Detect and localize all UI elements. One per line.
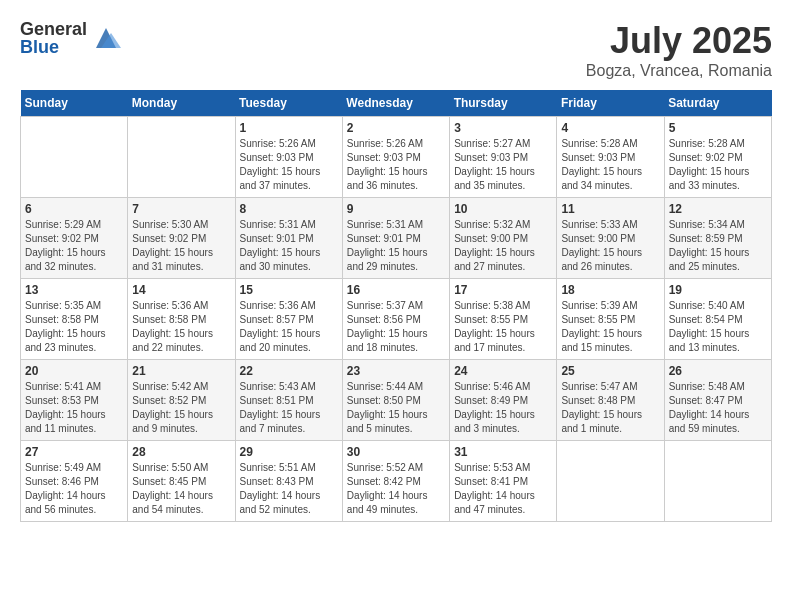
day-info: Sunrise: 5:50 AM Sunset: 8:45 PM Dayligh… [132, 461, 230, 517]
calendar-cell: 6Sunrise: 5:29 AM Sunset: 9:02 PM Daylig… [21, 198, 128, 279]
day-info: Sunrise: 5:28 AM Sunset: 9:02 PM Dayligh… [669, 137, 767, 193]
day-number: 28 [132, 445, 230, 459]
day-info: Sunrise: 5:36 AM Sunset: 8:57 PM Dayligh… [240, 299, 338, 355]
calendar-cell: 9Sunrise: 5:31 AM Sunset: 9:01 PM Daylig… [342, 198, 449, 279]
day-number: 27 [25, 445, 123, 459]
day-info: Sunrise: 5:26 AM Sunset: 9:03 PM Dayligh… [240, 137, 338, 193]
day-info: Sunrise: 5:44 AM Sunset: 8:50 PM Dayligh… [347, 380, 445, 436]
weekday-header-saturday: Saturday [664, 90, 771, 117]
day-number: 9 [347, 202, 445, 216]
calendar-cell: 25Sunrise: 5:47 AM Sunset: 8:48 PM Dayli… [557, 360, 664, 441]
calendar-cell: 28Sunrise: 5:50 AM Sunset: 8:45 PM Dayli… [128, 441, 235, 522]
day-info: Sunrise: 5:46 AM Sunset: 8:49 PM Dayligh… [454, 380, 552, 436]
calendar-cell: 23Sunrise: 5:44 AM Sunset: 8:50 PM Dayli… [342, 360, 449, 441]
calendar-cell: 30Sunrise: 5:52 AM Sunset: 8:42 PM Dayli… [342, 441, 449, 522]
calendar-cell: 7Sunrise: 5:30 AM Sunset: 9:02 PM Daylig… [128, 198, 235, 279]
day-info: Sunrise: 5:53 AM Sunset: 8:41 PM Dayligh… [454, 461, 552, 517]
day-number: 7 [132, 202, 230, 216]
day-number: 5 [669, 121, 767, 135]
calendar-cell: 8Sunrise: 5:31 AM Sunset: 9:01 PM Daylig… [235, 198, 342, 279]
calendar-cell: 13Sunrise: 5:35 AM Sunset: 8:58 PM Dayli… [21, 279, 128, 360]
day-info: Sunrise: 5:31 AM Sunset: 9:01 PM Dayligh… [240, 218, 338, 274]
day-number: 23 [347, 364, 445, 378]
calendar-cell: 11Sunrise: 5:33 AM Sunset: 9:00 PM Dayli… [557, 198, 664, 279]
day-number: 15 [240, 283, 338, 297]
calendar-cell [21, 117, 128, 198]
weekday-header-monday: Monday [128, 90, 235, 117]
calendar-week-2: 6Sunrise: 5:29 AM Sunset: 9:02 PM Daylig… [21, 198, 772, 279]
calendar-cell: 26Sunrise: 5:48 AM Sunset: 8:47 PM Dayli… [664, 360, 771, 441]
calendar-week-5: 27Sunrise: 5:49 AM Sunset: 8:46 PM Dayli… [21, 441, 772, 522]
day-info: Sunrise: 5:34 AM Sunset: 8:59 PM Dayligh… [669, 218, 767, 274]
calendar-cell: 24Sunrise: 5:46 AM Sunset: 8:49 PM Dayli… [450, 360, 557, 441]
day-number: 25 [561, 364, 659, 378]
day-number: 3 [454, 121, 552, 135]
day-number: 26 [669, 364, 767, 378]
day-number: 4 [561, 121, 659, 135]
calendar-cell [557, 441, 664, 522]
day-number: 17 [454, 283, 552, 297]
page-header: General Blue July 2025 Bogza, Vrancea, R… [20, 20, 772, 80]
logo-blue-text: Blue [20, 38, 87, 56]
day-number: 29 [240, 445, 338, 459]
day-info: Sunrise: 5:43 AM Sunset: 8:51 PM Dayligh… [240, 380, 338, 436]
calendar-cell: 22Sunrise: 5:43 AM Sunset: 8:51 PM Dayli… [235, 360, 342, 441]
day-number: 14 [132, 283, 230, 297]
calendar-cell [664, 441, 771, 522]
day-number: 18 [561, 283, 659, 297]
day-info: Sunrise: 5:49 AM Sunset: 8:46 PM Dayligh… [25, 461, 123, 517]
day-info: Sunrise: 5:35 AM Sunset: 8:58 PM Dayligh… [25, 299, 123, 355]
calendar-week-1: 1Sunrise: 5:26 AM Sunset: 9:03 PM Daylig… [21, 117, 772, 198]
day-number: 22 [240, 364, 338, 378]
day-info: Sunrise: 5:28 AM Sunset: 9:03 PM Dayligh… [561, 137, 659, 193]
day-number: 13 [25, 283, 123, 297]
day-info: Sunrise: 5:42 AM Sunset: 8:52 PM Dayligh… [132, 380, 230, 436]
day-info: Sunrise: 5:31 AM Sunset: 9:01 PM Dayligh… [347, 218, 445, 274]
calendar-cell: 17Sunrise: 5:38 AM Sunset: 8:55 PM Dayli… [450, 279, 557, 360]
day-number: 8 [240, 202, 338, 216]
day-info: Sunrise: 5:52 AM Sunset: 8:42 PM Dayligh… [347, 461, 445, 517]
weekday-header-wednesday: Wednesday [342, 90, 449, 117]
calendar-cell: 5Sunrise: 5:28 AM Sunset: 9:02 PM Daylig… [664, 117, 771, 198]
day-number: 19 [669, 283, 767, 297]
day-info: Sunrise: 5:27 AM Sunset: 9:03 PM Dayligh… [454, 137, 552, 193]
calendar-table: SundayMondayTuesdayWednesdayThursdayFrid… [20, 90, 772, 522]
day-info: Sunrise: 5:36 AM Sunset: 8:58 PM Dayligh… [132, 299, 230, 355]
calendar-cell: 29Sunrise: 5:51 AM Sunset: 8:43 PM Dayli… [235, 441, 342, 522]
day-info: Sunrise: 5:51 AM Sunset: 8:43 PM Dayligh… [240, 461, 338, 517]
day-number: 10 [454, 202, 552, 216]
day-info: Sunrise: 5:39 AM Sunset: 8:55 PM Dayligh… [561, 299, 659, 355]
day-number: 31 [454, 445, 552, 459]
day-number: 12 [669, 202, 767, 216]
calendar-cell [128, 117, 235, 198]
calendar-cell: 20Sunrise: 5:41 AM Sunset: 8:53 PM Dayli… [21, 360, 128, 441]
day-info: Sunrise: 5:47 AM Sunset: 8:48 PM Dayligh… [561, 380, 659, 436]
weekday-header-friday: Friday [557, 90, 664, 117]
weekday-header-thursday: Thursday [450, 90, 557, 117]
weekday-header-sunday: Sunday [21, 90, 128, 117]
location: Bogza, Vrancea, Romania [586, 62, 772, 80]
day-info: Sunrise: 5:41 AM Sunset: 8:53 PM Dayligh… [25, 380, 123, 436]
calendar-cell: 4Sunrise: 5:28 AM Sunset: 9:03 PM Daylig… [557, 117, 664, 198]
weekday-header-tuesday: Tuesday [235, 90, 342, 117]
calendar-cell: 1Sunrise: 5:26 AM Sunset: 9:03 PM Daylig… [235, 117, 342, 198]
month-year: July 2025 [586, 20, 772, 62]
calendar-cell: 12Sunrise: 5:34 AM Sunset: 8:59 PM Dayli… [664, 198, 771, 279]
calendar-cell: 3Sunrise: 5:27 AM Sunset: 9:03 PM Daylig… [450, 117, 557, 198]
day-number: 1 [240, 121, 338, 135]
calendar-cell: 31Sunrise: 5:53 AM Sunset: 8:41 PM Dayli… [450, 441, 557, 522]
day-number: 16 [347, 283, 445, 297]
day-info: Sunrise: 5:33 AM Sunset: 9:00 PM Dayligh… [561, 218, 659, 274]
logo: General Blue [20, 20, 121, 56]
day-info: Sunrise: 5:38 AM Sunset: 8:55 PM Dayligh… [454, 299, 552, 355]
calendar-cell: 16Sunrise: 5:37 AM Sunset: 8:56 PM Dayli… [342, 279, 449, 360]
logo-icon [91, 23, 121, 53]
calendar-cell: 15Sunrise: 5:36 AM Sunset: 8:57 PM Dayli… [235, 279, 342, 360]
day-number: 6 [25, 202, 123, 216]
day-number: 20 [25, 364, 123, 378]
calendar-week-3: 13Sunrise: 5:35 AM Sunset: 8:58 PM Dayli… [21, 279, 772, 360]
day-info: Sunrise: 5:26 AM Sunset: 9:03 PM Dayligh… [347, 137, 445, 193]
day-number: 11 [561, 202, 659, 216]
calendar-cell: 2Sunrise: 5:26 AM Sunset: 9:03 PM Daylig… [342, 117, 449, 198]
title-section: July 2025 Bogza, Vrancea, Romania [586, 20, 772, 80]
